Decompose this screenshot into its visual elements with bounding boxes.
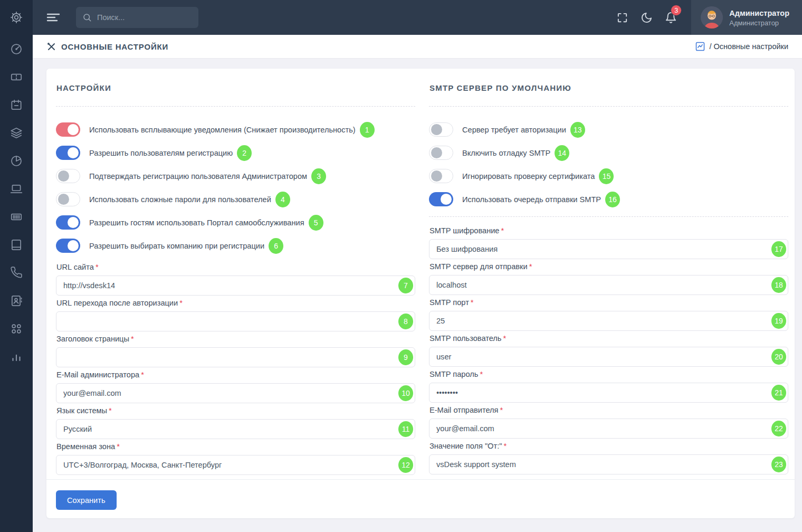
sidebar-item-dashboard[interactable]: [0, 35, 33, 63]
toggle-switch[interactable]: [56, 169, 80, 183]
sidebar-item-barcode[interactable]: [0, 203, 33, 231]
sidebar-item-calls[interactable]: [0, 259, 33, 287]
sidebar-item-reports-pie[interactable]: [0, 147, 33, 175]
dark-mode-button[interactable]: [634, 0, 658, 35]
panel-smtp-settings: SMTP СЕРВЕР ПО УМОЛЧАНИЮ Сервер требует …: [429, 80, 788, 479]
toggle-row-ignore-certificate: Игнорировать проверку сертификата 15: [429, 169, 788, 183]
field-system-language: Язык системы* 11: [56, 406, 415, 439]
smtp-port-input[interactable]: [429, 311, 788, 331]
field-from-value: Значение поля "От:"* 23: [429, 442, 788, 474]
field-smtp-server: SMTP сервер для отправки* 18: [429, 262, 788, 295]
step-badge: 19: [771, 313, 786, 329]
required-asterisk: *: [503, 334, 506, 343]
user-menu[interactable]: Администратор Администратор: [691, 0, 802, 35]
toggle-row-complex-passwords: Использовать сложные пароли для пользова…: [56, 192, 415, 206]
smtp-password-input[interactable]: [429, 383, 788, 403]
required-asterisk: *: [141, 370, 144, 379]
step-badge: 9: [398, 349, 413, 365]
hamburger-menu-icon[interactable]: [46, 12, 60, 23]
toggle-row-smtp-debug: Включить отладку SMTP 14: [429, 146, 788, 160]
search-input[interactable]: [97, 13, 187, 22]
toggle-label: Использовать всплывающие уведомления (Сн…: [89, 126, 356, 134]
field-label: SMTP шифрование: [429, 226, 499, 235]
sidebar-item-contacts[interactable]: [0, 287, 33, 315]
smtp-user-input[interactable]: [429, 347, 788, 367]
required-asterisk: *: [529, 262, 532, 271]
toggle-label: Использовать сложные пароли для пользова…: [89, 195, 271, 204]
required-asterisk: *: [109, 406, 112, 415]
step-badge: 5: [309, 215, 323, 231]
sidebar-item-statistics[interactable]: [0, 343, 33, 370]
smtp-encryption-select[interactable]: [429, 239, 788, 259]
admin-email-input[interactable]: [56, 383, 415, 403]
toggle-label: Использовать очередь отправки SMTP: [462, 195, 601, 204]
step-badge: 23: [771, 457, 786, 472]
sidebar-item-tickets[interactable]: [0, 63, 33, 91]
page-title: ОСНОВНЫЕ НАСТРОЙКИ: [46, 42, 168, 52]
system-language-select[interactable]: [56, 419, 415, 439]
sidebar-item-knowledge-base[interactable]: [0, 231, 33, 259]
toggle-row-smtp-queue: Использовать очередь отправки SMTP 16: [429, 192, 788, 206]
sidebar-item-calendar[interactable]: [0, 91, 33, 119]
panel-heading: SMTP СЕРВЕР ПО УМОЛЧАНИЮ: [429, 83, 788, 92]
toggle-switch[interactable]: [429, 169, 453, 183]
topbar-right: 3 Администратор Администратор: [610, 0, 802, 35]
line-chart-icon: [695, 41, 705, 52]
notifications-button[interactable]: 3: [658, 0, 683, 35]
main-content: НАСТРОЙКИ Использовать всплывающие уведо…: [33, 59, 802, 532]
required-asterisk: *: [96, 263, 99, 271]
sidebar-item-apps[interactable]: [0, 315, 33, 343]
toggle-switch[interactable]: [429, 192, 453, 206]
tools-icon: [46, 42, 56, 52]
site-url-input[interactable]: [56, 276, 415, 296]
field-label: URL сайта: [56, 263, 94, 271]
redirect-url-input[interactable]: [56, 311, 415, 331]
breadcrumb[interactable]: / Основные настройки: [695, 41, 788, 52]
sidebar-item-layers[interactable]: [0, 119, 33, 147]
book-icon: [9, 238, 23, 252]
step-badge: 18: [771, 277, 786, 293]
pie-chart-icon: [9, 154, 23, 168]
page-title-input[interactable]: [56, 347, 415, 367]
toggle-switch[interactable]: [429, 122, 453, 137]
avatar: [701, 6, 723, 28]
step-badge: 12: [398, 457, 413, 473]
required-asterisk: *: [179, 299, 183, 307]
search-box: [76, 7, 198, 28]
step-badge: 7: [398, 278, 413, 293]
field-timezone: Временная зона* 12: [56, 442, 415, 475]
toggle-switch[interactable]: [56, 239, 80, 253]
smtp-server-input[interactable]: [429, 275, 788, 295]
step-badge: 16: [605, 192, 620, 207]
fullscreen-button[interactable]: [610, 0, 634, 35]
step-badge: 14: [555, 145, 569, 161]
user-meta: Администратор Администратор: [729, 8, 789, 27]
from-value-input[interactable]: [429, 454, 788, 474]
apps-grid-icon: [9, 322, 23, 336]
toggle-switch[interactable]: [56, 215, 80, 230]
field-redirect-url: URL перехода после авторизации* 8: [56, 299, 415, 331]
step-badge: 11: [398, 421, 413, 437]
field-label: Язык системы: [56, 406, 107, 415]
field-label: E-Mail отправителя: [429, 406, 499, 414]
sidebar-item-settings[interactable]: [0, 0, 33, 35]
topbar: 3 Администратор Администратор: [33, 0, 802, 35]
field-label: SMTP сервер для отправки: [429, 262, 528, 271]
sender-email-input[interactable]: [429, 419, 788, 439]
required-asterisk: *: [503, 442, 507, 450]
field-smtp-encryption: SMTP шифрование* 17: [429, 226, 788, 259]
step-badge: 6: [269, 238, 283, 254]
required-asterisk: *: [500, 406, 503, 414]
sidebar-item-assets[interactable]: [0, 175, 33, 203]
toggle-switch[interactable]: [56, 122, 80, 137]
field-label: Значение поля "От:": [429, 442, 502, 450]
field-label: SMTP пароль: [429, 370, 478, 378]
save-button[interactable]: Сохранить: [56, 490, 117, 510]
step-badge: 20: [771, 349, 786, 365]
toggle-switch[interactable]: [56, 192, 80, 206]
toggle-switch[interactable]: [429, 146, 453, 160]
toggle-switch[interactable]: [56, 146, 80, 160]
phone-icon: [10, 266, 23, 279]
timezone-select[interactable]: [56, 455, 415, 475]
page-title-text: ОСНОВНЫЕ НАСТРОЙКИ: [61, 42, 168, 51]
